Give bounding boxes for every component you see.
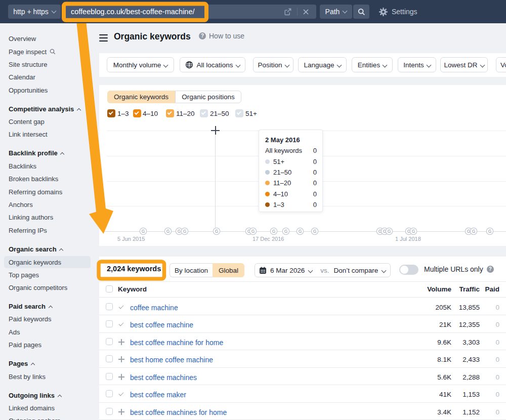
svg-text:G: G: [183, 229, 187, 234]
svg-text:G: G: [299, 229, 302, 234]
svg-text:G: G: [313, 229, 317, 234]
svg-text:G: G: [142, 229, 145, 234]
svg-text:G: G: [166, 229, 170, 234]
svg-text:G: G: [467, 229, 471, 234]
svg-text:G: G: [178, 229, 181, 234]
svg-text:G: G: [251, 229, 255, 234]
svg-text:G: G: [284, 229, 288, 234]
svg-text:G: G: [215, 229, 219, 234]
svg-text:G: G: [472, 229, 476, 234]
svg-text:G: G: [488, 229, 492, 234]
svg-text:G: G: [388, 229, 391, 234]
svg-text:G: G: [272, 229, 276, 234]
svg-text:G: G: [412, 229, 415, 234]
